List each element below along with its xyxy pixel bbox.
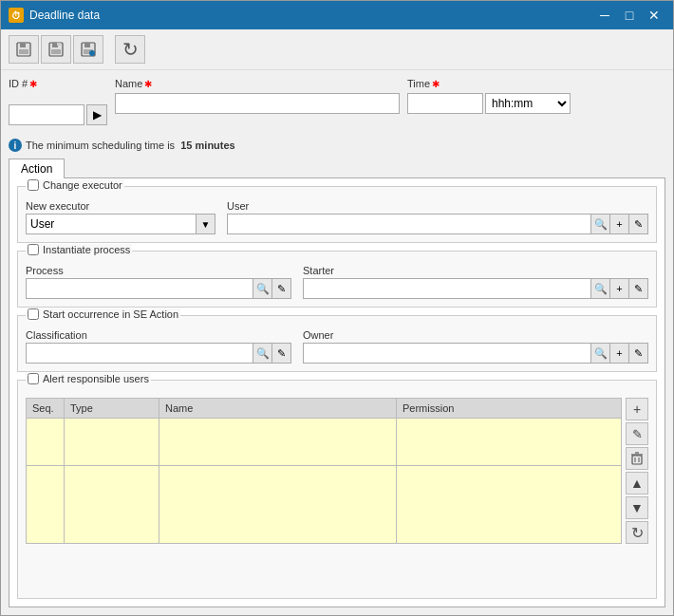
start-occurrence-title: Start occurrence in SE Action	[43, 308, 178, 320]
instantiate-process-section: Instantiate process Process 🔍 ✎ Starter	[17, 251, 657, 308]
starter-search-button[interactable]: 🔍	[591, 278, 610, 299]
owner-edit-button[interactable]: ✎	[629, 343, 648, 364]
process-search-button[interactable]: 🔍	[253, 278, 272, 299]
user-label: User	[227, 200, 648, 212]
classification-search-button[interactable]: 🔍	[253, 343, 272, 364]
name-field-group: Name ✱	[115, 78, 400, 114]
start-occurrence-fields: Classification 🔍 ✎ Owner 🔍 +	[26, 329, 648, 364]
info-text: The minimum scheduling time is 15 minute…	[26, 140, 235, 151]
cell-permission-2	[397, 465, 622, 544]
save-button-3[interactable]	[73, 35, 103, 64]
classification-edit-button[interactable]: ✎	[272, 343, 291, 364]
cell-type-2	[65, 465, 159, 544]
alert-users-content: Seq. Type Name Permission	[26, 398, 648, 544]
new-executor-select[interactable]: User	[26, 214, 197, 234]
table-edit-button[interactable]: ✎	[626, 422, 648, 445]
toolbar: ↻	[1, 29, 673, 70]
cell-seq	[27, 419, 65, 466]
svg-point-10	[89, 50, 95, 56]
time-format-select[interactable]: hhh:mm	[485, 93, 571, 114]
classification-search-field: 🔍 ✎	[26, 343, 291, 364]
id-input[interactable]	[9, 104, 84, 125]
owner-field: Owner 🔍 + ✎	[303, 329, 648, 364]
svg-rect-8	[84, 43, 90, 47]
classification-label: Classification	[26, 329, 291, 341]
tab-action[interactable]: Action	[9, 159, 65, 178]
name-input[interactable]	[115, 93, 400, 114]
alert-table-container: Seq. Type Name Permission	[26, 398, 648, 544]
save-button-2[interactable]	[41, 35, 71, 64]
owner-search-field: 🔍 + ✎	[303, 343, 648, 364]
time-input[interactable]	[407, 93, 483, 114]
table-refresh-button[interactable]: ↻	[626, 521, 648, 544]
process-edit-button[interactable]: ✎	[272, 278, 291, 299]
id-label: ID # ✱	[9, 78, 107, 89]
svg-rect-1	[20, 43, 26, 47]
process-input[interactable]	[26, 278, 253, 299]
title-bar: ⏱ Deadline data ─ □ ✕	[1, 1, 673, 29]
form-area: ID # ✱ ▶ Name ✱ Time ✱	[1, 70, 673, 137]
instantiate-process-checkbox[interactable]	[28, 244, 39, 255]
close-button[interactable]: ✕	[643, 6, 665, 25]
owner-add-button[interactable]: +	[610, 343, 629, 364]
table-row	[27, 419, 622, 466]
classification-input[interactable]	[26, 343, 253, 364]
new-executor-select-container: User ▼	[26, 214, 215, 234]
cell-permission	[397, 419, 622, 466]
time-format-select-container: hhh:mm	[485, 93, 571, 114]
starter-add-button[interactable]: +	[610, 278, 629, 299]
table-up-button[interactable]: ▲	[626, 472, 648, 495]
start-occurrence-checkbox[interactable]	[28, 308, 39, 320]
user-input[interactable]	[227, 214, 591, 234]
starter-input[interactable]	[303, 278, 591, 299]
cell-type	[65, 419, 159, 466]
change-executor-title: Change executor	[43, 179, 122, 191]
col-seq: Seq.	[27, 399, 65, 419]
svg-rect-6	[57, 43, 61, 46]
time-required-star: ✱	[432, 79, 440, 89]
user-edit-button[interactable]: ✎	[629, 214, 648, 234]
user-add-button[interactable]: +	[610, 214, 629, 234]
owner-input[interactable]	[303, 343, 591, 364]
process-label: Process	[26, 265, 291, 276]
start-occurrence-content: Classification 🔍 ✎ Owner 🔍 +	[26, 329, 648, 364]
user-field: User 🔍 + ✎	[227, 200, 648, 234]
window-controls: ─ □ ✕	[593, 6, 665, 25]
table-add-button[interactable]: +	[626, 398, 648, 420]
user-search-button[interactable]: 🔍	[591, 214, 610, 234]
save-button-1[interactable]	[9, 35, 39, 64]
name-required-star: ✱	[144, 79, 152, 89]
alert-users-section: Alert responsible users Seq. Type Name P…	[17, 380, 657, 599]
minimize-button[interactable]: ─	[593, 6, 616, 25]
table-actions: + ✎ ▲ ▼ ↻	[622, 398, 648, 544]
alert-users-checkbox[interactable]	[28, 373, 39, 384]
change-executor-section: Change executor New executor User ▼	[17, 186, 657, 243]
id-field-group: ID # ✱ ▶	[9, 78, 107, 125]
start-occurrence-legend: Start occurrence in SE Action	[26, 308, 180, 320]
table-down-button[interactable]: ▼	[626, 496, 648, 519]
id-next-button[interactable]: ▶	[86, 104, 107, 125]
change-executor-checkbox[interactable]	[28, 179, 39, 191]
window-title: Deadline data	[29, 9, 100, 22]
starter-field: Starter 🔍 + ✎	[303, 265, 648, 299]
new-executor-field: New executor User ▼	[26, 200, 215, 234]
instantiate-process-fields: Process 🔍 ✎ Starter 🔍 + ✎	[26, 265, 648, 299]
starter-edit-button[interactable]: ✎	[629, 278, 648, 299]
owner-search-button[interactable]: 🔍	[591, 343, 610, 364]
svg-rect-2	[19, 49, 28, 54]
info-icon: i	[9, 139, 22, 152]
table-delete-button[interactable]	[626, 447, 648, 470]
instantiate-process-content: Process 🔍 ✎ Starter 🔍 + ✎	[26, 265, 648, 299]
new-executor-arrow: ▼	[197, 214, 215, 234]
cell-seq-2	[27, 465, 65, 544]
process-field: Process 🔍 ✎	[26, 265, 291, 299]
window-icon: ⏱	[9, 8, 24, 23]
tabs-container: Action	[1, 158, 673, 177]
refresh-button[interactable]: ↻	[115, 35, 145, 64]
name-label: Name ✱	[115, 78, 400, 89]
col-type: Type	[65, 399, 159, 419]
process-search-field: 🔍 ✎	[26, 278, 291, 299]
user-search-field: 🔍 + ✎	[227, 214, 648, 234]
maximize-button[interactable]: □	[618, 6, 641, 25]
alert-users-title: Alert responsible users	[43, 373, 149, 384]
